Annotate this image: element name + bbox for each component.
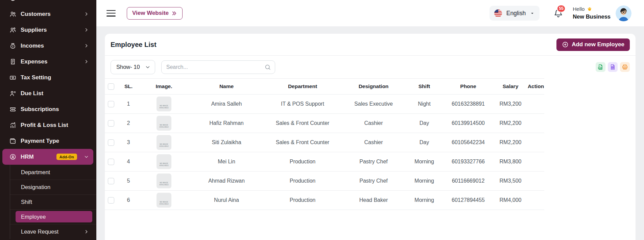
cell-department: IT & POS Support [264, 101, 341, 107]
chevron-down-icon [84, 154, 89, 159]
row-checkbox[interactable] [108, 197, 114, 204]
photo-icon [161, 99, 167, 105]
main-content: Employee List Add new Employee Show- 10 … [96, 26, 644, 240]
table-row: 1 NO IMAGE AVAILABLE Amira Salleh IT & P… [105, 95, 544, 114]
submenu-item-shift[interactable]: Shift [0, 194, 96, 209]
money-note-icon [9, 74, 17, 81]
cell-designation: Sales Executive [341, 101, 406, 107]
cell-department: Production [264, 197, 341, 203]
cell-shift: Day [406, 120, 443, 126]
column-header-salary: Salary [494, 83, 527, 89]
sidebar-item-tax-setting[interactable]: Tax Setting [0, 70, 96, 85]
no-image-text: NO IMAGE AVAILABLE [159, 163, 169, 167]
sidebar-nav: Customers Suppliers Incomes Expenses Tax… [0, 0, 96, 165]
print-button[interactable] [620, 62, 630, 72]
sidebar-item-incomes[interactable]: Incomes [0, 38, 96, 54]
business-name: New Business [573, 13, 611, 21]
no-image-text: NO IMAGE AVAILABLE [159, 124, 169, 128]
add-employee-button[interactable]: Add new Employee [556, 38, 630, 51]
submenu-item-employee[interactable]: Employee [0, 209, 96, 224]
waving-hand-icon [587, 6, 592, 12]
view-website-button[interactable]: View Website [127, 7, 183, 20]
row-checkbox[interactable] [108, 120, 114, 127]
sidebar-item-hrm[interactable]: HRM Add-On [2, 149, 93, 165]
sidebar-item-suppliers[interactable]: Suppliers [0, 22, 96, 38]
export-spreadsheet-button[interactable] [608, 62, 618, 72]
no-image-placeholder: NO IMAGE AVAILABLE [157, 154, 171, 169]
language-label: English [506, 10, 526, 17]
no-image-text: NO IMAGE AVAILABLE [159, 201, 169, 205]
no-image-placeholder: NO IMAGE AVAILABLE [157, 135, 171, 150]
submenu-item-label: Leave Request [21, 229, 84, 235]
row-checkbox[interactable] [108, 159, 114, 165]
sidebar-item-label: Subscriptions [21, 106, 89, 113]
cell-designation: Pastry Chef [341, 159, 406, 165]
no-image-placeholder: NO IMAGE AVAILABLE [157, 116, 171, 131]
column-header-phone: Phone [443, 83, 494, 89]
cell-shift: Morning [406, 178, 443, 184]
cell-shift: Night [406, 101, 443, 107]
cell-image: NO IMAGE AVAILABLE [139, 116, 189, 131]
submenu-item-designation[interactable]: Designation [0, 180, 96, 194]
submenu-item-department[interactable]: Department [0, 165, 96, 180]
submenu-item-label: Designation [21, 184, 89, 190]
cell-image: NO IMAGE AVAILABLE [139, 154, 189, 169]
cell-image: NO IMAGE AVAILABLE [139, 97, 189, 111]
submenu-item-label: Department [21, 169, 89, 176]
row-actions-menu[interactable] [531, 177, 540, 185]
sidebar-item-profit-loss-list[interactable]: Profit & Loss List [0, 117, 96, 133]
sidebar-submenu: Department Designation Shift Employee Le… [0, 165, 96, 239]
receipt-icon [9, 58, 17, 65]
sidebar-item-label: Payment Type [21, 138, 89, 144]
row-actions-menu[interactable] [531, 119, 540, 128]
user-greeting: Hello New Business [573, 5, 611, 21]
chevron-right-icon [84, 59, 89, 64]
cell-phone: 60116669012 [443, 178, 494, 184]
column-header-action: Action [527, 83, 544, 89]
chevron-down-icon [145, 64, 150, 70]
row-actions-menu[interactable] [531, 100, 540, 108]
column-header-name: Name [189, 83, 264, 89]
language-selector[interactable]: English [490, 6, 540, 21]
cell-name: Hafiz Rahman [189, 120, 264, 126]
spreadsheet-file-icon [609, 63, 616, 71]
cell-designation: Pastry Chef [341, 178, 406, 184]
search-input[interactable] [161, 60, 275, 74]
notifications-button[interactable]: 55 [553, 8, 564, 19]
us-flag-icon [494, 9, 503, 18]
cell-phone: 60163238891 [443, 101, 494, 107]
sidebar-item-customers[interactable]: Customers [0, 6, 96, 22]
sidebar-item-label: Suppliers [21, 27, 80, 33]
select-all-checkbox[interactable] [108, 83, 114, 90]
cell-salary: RM2,200 [494, 139, 527, 145]
table-row: 3 NO IMAGE AVAILABLE Siti Zulaikha Sales… [105, 133, 544, 152]
user-avatar[interactable] [616, 5, 631, 21]
row-actions-menu[interactable] [531, 138, 540, 147]
row-checkbox[interactable] [108, 178, 114, 184]
user-list-icon [9, 90, 17, 97]
hamburger-menu-icon[interactable] [106, 10, 116, 17]
row-checkbox[interactable] [108, 139, 114, 146]
cell-image: NO IMAGE AVAILABLE [139, 135, 189, 150]
export-csv-button[interactable]: CSV [596, 62, 605, 72]
globe-icon [9, 0, 17, 2]
sidebar-item-expenses[interactable]: Expenses [0, 54, 96, 70]
cell-salary: RM3,800 [494, 159, 527, 165]
gear-user-icon [9, 153, 17, 161]
sidebar-item-due-list[interactable]: Due List [0, 85, 96, 101]
plus-circle-icon [562, 41, 569, 48]
column-header-image: Image. [139, 83, 189, 89]
sidebar-item-payment-type[interactable]: Payment Type [0, 133, 96, 149]
export-toolbar: CSV [596, 62, 630, 72]
sidebar-item-subscriptions[interactable]: Subscriptions [0, 101, 96, 117]
show-entries-dropdown[interactable]: Show- 10 [111, 60, 155, 74]
chevron-right-icon [84, 229, 89, 234]
cell-image: NO IMAGE AVAILABLE [139, 174, 189, 188]
row-actions-menu[interactable] [531, 196, 540, 205]
table-body: 1 NO IMAGE AVAILABLE Amira Salleh IT & P… [105, 95, 544, 210]
row-checkbox[interactable] [108, 101, 114, 107]
row-actions-menu[interactable] [531, 157, 540, 166]
cell-sl: 2 [118, 120, 139, 126]
submenu-item-leave-request[interactable]: Leave Request [0, 224, 96, 239]
addon-badge: Add-On [56, 154, 77, 160]
